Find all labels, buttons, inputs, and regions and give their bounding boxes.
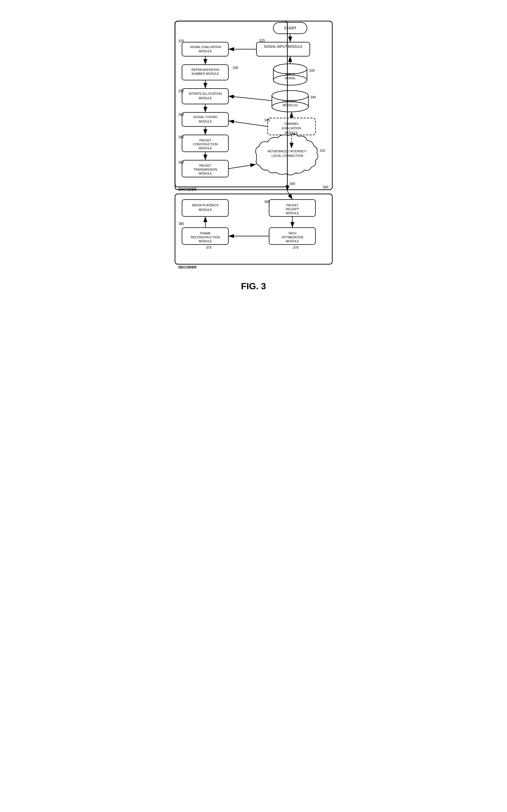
svg-rect-7 (182, 42, 228, 56)
label-335: 335 (178, 89, 184, 93)
svg-rect-32 (182, 112, 228, 126)
label-360: 360 (178, 160, 184, 164)
svg-text:MODULE: MODULE (199, 146, 212, 150)
signal-eval-label: SIGNAL EVALUATION (189, 45, 221, 49)
diagram-area: START SIGNAL INPUT MODULE SIGNAL EVALUAT… (167, 6, 341, 275)
svg-text:MODULE: MODULE (199, 49, 212, 53)
signal-coding-label: SIGNAL CODING (193, 115, 217, 118)
svg-line-26 (228, 96, 272, 101)
label-325: 325 (178, 39, 184, 43)
svg-text:MODULE: MODULE (199, 208, 212, 211)
label-365: 365 (264, 200, 270, 204)
page: START SIGNAL INPUT MODULE SIGNAL EVALUAT… (167, 6, 341, 292)
svg-text:TRANSMISSION: TRANSMISSION (193, 168, 217, 171)
repr-number-label: REPRESENTATION (191, 68, 219, 71)
svg-text:MODULE: MODULE (199, 172, 212, 175)
svg-text:MODEL(S): MODEL(S) (283, 103, 298, 107)
bitrate-alloc-label: BITRATE ALLOCATION (189, 92, 222, 95)
diagram-svg: START SIGNAL INPUT MODULE SIGNAL EVALUAT… (167, 6, 341, 275)
svg-text:RECEIPT: RECEIPT (286, 207, 299, 211)
packet-trans-label: PACKET (199, 164, 211, 167)
label-330: 330 (233, 66, 238, 70)
label-355: 355 (178, 135, 184, 139)
svg-text:MODULE: MODULE (285, 131, 298, 134)
svg-text:MODULE: MODULE (199, 96, 212, 100)
encoder-label: ENCODER (178, 187, 197, 191)
svg-text:MODULE: MODULE (286, 211, 299, 215)
svg-point-19 (272, 91, 308, 101)
svg-text:MODULE: MODULE (199, 240, 212, 243)
path-opt-label: PATH (288, 232, 296, 235)
svg-text:SIGNAL: SIGNAL (284, 77, 295, 80)
packet-receipt-label: PACKET (286, 203, 298, 207)
label-315: 315 (259, 39, 265, 42)
fig-label: FIG. 3 (167, 281, 341, 292)
label-345: 345 (264, 118, 270, 122)
svg-text:EVALUATION: EVALUATION (282, 126, 301, 130)
label-300: 300 (323, 185, 328, 189)
label-380: 380 (178, 222, 184, 226)
svg-rect-5 (257, 42, 310, 56)
label-350: 350 (178, 113, 184, 117)
media-playback-label: MEDIA PLAYBACK (192, 203, 219, 207)
signal-input-label: SIGNAL INPUT MODULE (264, 45, 302, 49)
label-320: 320 (309, 68, 315, 72)
svg-line-52 (287, 191, 292, 200)
label-305: 305 (290, 182, 295, 186)
packet-const-label: PACKET (199, 139, 211, 142)
svg-text:RECONSTRUCTION: RECONSTRUCTION (191, 236, 220, 239)
svg-text:CONSTRUCTION: CONSTRUCTION (193, 143, 218, 146)
label-370: 370 (293, 246, 298, 250)
svg-text:LOCAL CONNECTION: LOCAL CONNECTION (271, 154, 303, 157)
channel-eval-label: CHANNEL (284, 122, 299, 125)
label-310: 310 (320, 149, 325, 153)
svg-text:MODULE: MODULE (199, 120, 212, 123)
channel-models-label: CHANNEL (283, 100, 297, 103)
label-375: 375 (206, 246, 212, 250)
svg-text:OPTIMIZATION: OPTIMIZATION (281, 236, 303, 239)
frame-recon-label: FRAME (200, 232, 211, 235)
svg-line-44 (228, 164, 256, 169)
network-label: NETWORK(S) / INTERNET / (267, 150, 307, 153)
label-340: 340 (311, 95, 316, 99)
svg-line-34 (228, 121, 268, 126)
start-label: START (284, 26, 296, 30)
decoder-label: DECODER (178, 265, 197, 269)
input-signal-label: INPUT (285, 72, 295, 76)
svg-text:NUMBER MODULE: NUMBER MODULE (191, 72, 219, 75)
svg-text:MODULE: MODULE (286, 240, 299, 243)
